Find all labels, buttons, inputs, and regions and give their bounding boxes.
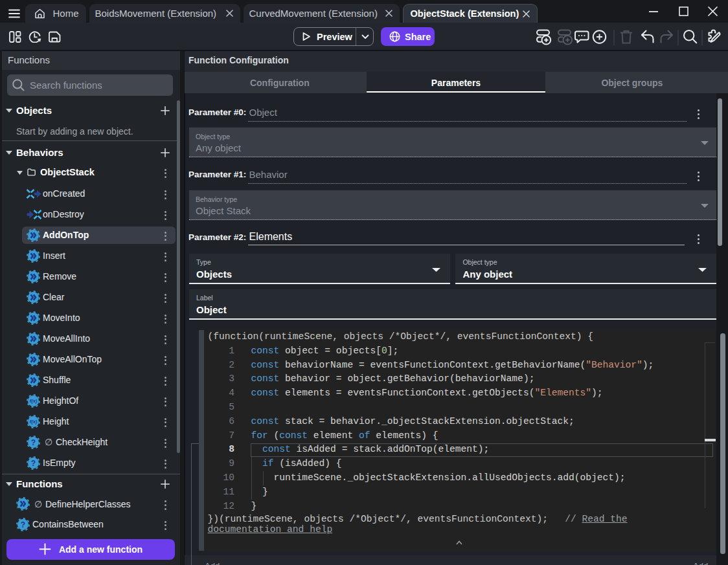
- svg-text:?: ?: [31, 438, 36, 447]
- svg-text:?: ?: [31, 458, 36, 467]
- svg-text:f(x): f(x): [30, 398, 38, 404]
- svg-text:f(x): f(x): [30, 419, 38, 425]
- svg-text:?: ?: [21, 520, 25, 529]
